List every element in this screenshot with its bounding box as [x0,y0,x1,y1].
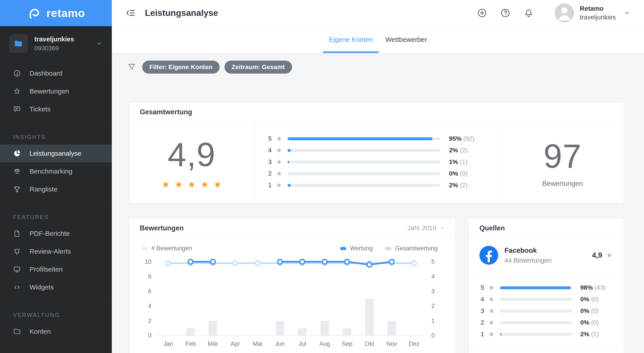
account-switcher[interactable]: traveljunkies 0930369 [0,26,112,61]
sidebar-item-label: Bewertungen [30,88,69,95]
sidebar-item-label: Dashboard [30,70,62,77]
rating-bar-labels: 98%(43) [580,284,613,291]
overall-total-panel: 97 Bewertungen [502,122,624,203]
rating-bar-fill [500,286,571,289]
source-text: Facebook44 Bewertungen [504,246,552,264]
rating-percent: 0% [580,307,589,314]
rating-distribution-row: 12%(2) [267,179,487,191]
notifications-bell-icon[interactable] [524,8,534,18]
svg-text:2: 2 [431,303,435,309]
rating-bar-fill [288,161,289,164]
sidebar-item-label: PDF-Berichte [30,230,70,237]
tab-eigene-konten[interactable]: Eigene Konten [322,26,379,53]
rating-bar-track [288,149,440,152]
sidebar-item-tickets[interactable]: Tickets [0,100,112,118]
legend-item-wertung: Wertung [340,245,373,252]
rating-count: (2) [460,182,467,189]
sidebar-item-leistungsanalyse[interactable]: Leistungsanalyse [0,145,112,162]
filter-funnel-icon[interactable] [127,62,136,72]
sidebar-item-pdf-berichte[interactable]: PDF-Berichte [0,225,112,242]
legend-swatch [385,247,391,250]
rating-bar-labels: 0%(0) [449,170,487,177]
svg-text:Aug: Aug [319,340,330,347]
source-row-facebook[interactable]: Facebook44 Bewertungen4,9 [469,238,624,273]
legend-swatch [142,247,148,250]
user-name: Retamo [580,5,616,12]
rating-count: (1) [460,158,467,165]
sidebar-item-konten[interactable]: Konten [0,322,112,340]
star-icon [488,296,495,303]
sidebar-item-label: Review-Alerts [30,248,71,255]
collapse-sidebar-icon[interactable] [125,8,136,18]
rating-count: (0) [460,170,467,177]
trophy-icon [13,185,21,193]
sidebar-item-benchmarking[interactable]: Benchmarking [0,162,112,180]
source-score: 4,9 [592,251,613,259]
card-title: Quellen [480,224,505,232]
rating-bar-fill [288,137,432,140]
sidebar: retamo traveljunkies 0930369 DashboardBe… [0,0,112,353]
user-menu[interactable]: Retamo traveljunkies [555,3,630,23]
rating-distribution-row: 40%(0) [480,293,613,305]
rating-distribution-row: 598%(43) [480,282,613,293]
svg-text:Sep: Sep [342,340,352,347]
rating-star-count: 3 [480,307,485,314]
sources-card: Quellen Facebook44 Bewertungen4,9 598%(4… [468,218,624,353]
sidebar-item-label: Tickets [30,105,50,113]
app-logo[interactable]: retamo [0,0,112,26]
overall-stars [161,180,222,189]
period-select[interactable]: Jahr 2019 [408,224,445,232]
star-icon [488,307,495,314]
svg-text:Mai: Mai [253,340,262,347]
rating-star-count: 4 [480,296,485,303]
sidebar-item-rangliste[interactable]: Rangliste [0,180,112,198]
rating-bar-track [500,321,572,324]
facebook-icon [480,246,498,265]
sidebar-item-review-alerts[interactable]: Review-Alerts [0,242,112,260]
reviews-chart: 0246810012345JanFebMärAprMaiJunJulAugSep… [136,254,449,353]
rating-percent: 1% [449,158,458,165]
scales-icon [13,167,21,175]
overall-score-panel: 4,9 [129,122,254,203]
content-area: Filter: Eigene KontenZeitraum: Gesamt Ge… [112,53,644,353]
filter-chip-0[interactable]: Filter: Eigene Konten [142,61,220,74]
filter-chip-1[interactable]: Zeitraum: Gesamt [224,61,292,74]
account-id: 0930369 [34,45,74,52]
svg-text:0: 0 [431,332,435,339]
sidebar-section: VERWALTUNGKonten [0,301,112,345]
star-icon [276,182,283,189]
star-icon [276,135,283,142]
folder-outline-icon [13,327,21,335]
ticket-chat-icon [13,105,21,113]
sidebar-item-label: Widgets [30,283,54,291]
help-icon[interactable] [500,8,510,18]
sidebar-section: DashboardBewertungenTickets [0,61,112,123]
source-review-count: 44 Bewertungen [504,257,552,264]
svg-text:0: 0 [148,332,152,339]
sidebar-item-profilseiten[interactable]: Profilseiten [0,260,112,278]
retamo-logo-icon [27,6,42,21]
rating-bar-labels: 0%(0) [580,319,613,326]
svg-text:10: 10 [145,258,152,265]
sidebar-item-dashboard[interactable]: Dashboard [0,65,112,82]
star-icon [488,331,495,338]
tab-wettbewerber[interactable]: Wettbewerber [379,26,433,53]
rating-bar-track [288,161,440,164]
sidebar-item-widgets[interactable]: Widgets [0,278,112,296]
rating-distribution-row: 20%(0) [480,317,613,328]
page-title: Leistungsanalyse [145,8,218,18]
star-icon [213,180,222,189]
overall-distribution: 595%(92)42%(2)31%(1)20%(0)12%(2) [254,122,502,203]
total-reviews-label: Bewertungen [542,180,583,188]
chevron-down-icon [624,10,630,17]
rating-bar-labels: 2%(2) [449,182,487,189]
sidebar-section-label: FEATURES [0,206,112,225]
gauge-icon [13,69,21,77]
sidebar-item-bewertungen[interactable]: Bewertungen [0,82,112,100]
add-icon[interactable] [477,8,487,18]
rating-star-count: 1 [480,331,485,338]
svg-text:5: 5 [431,258,435,265]
svg-text:Jul: Jul [298,340,306,347]
rating-count: (2) [460,147,467,154]
legend-label: Gesamtwertung [395,245,438,252]
